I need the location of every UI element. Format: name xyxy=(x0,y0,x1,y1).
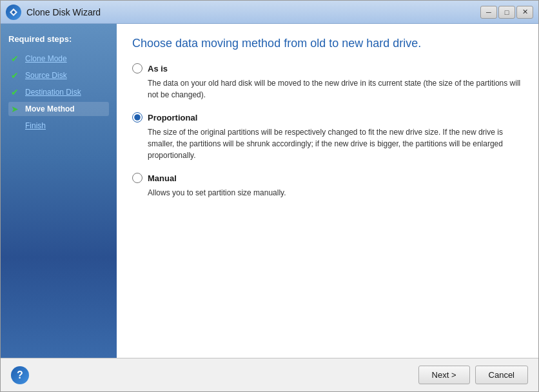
radio-as-is-label: As is xyxy=(148,64,168,74)
content-area: Required steps: ✔ Clone Mode ✔ Source Di… xyxy=(1,24,538,358)
footer-buttons: Next > Cancel xyxy=(418,366,528,384)
window-controls: ─ □ ✕ xyxy=(480,6,533,19)
maximize-button[interactable]: □ xyxy=(498,6,515,19)
next-button[interactable]: Next > xyxy=(418,366,470,384)
sidebar-item-source-disk[interactable]: ✔ Source Disk xyxy=(8,68,109,83)
sidebar: Required steps: ✔ Clone Mode ✔ Source Di… xyxy=(1,24,117,358)
title-bar: Clone Disk Wizard ─ □ ✕ xyxy=(1,1,538,24)
sidebar-item-move-method[interactable]: ➤ Move Method xyxy=(8,102,109,116)
sidebar-item-destination-disk[interactable]: ✔ Destination Disk xyxy=(8,85,109,99)
cancel-button[interactable]: Cancel xyxy=(475,366,528,384)
check-icon: ✔ xyxy=(11,70,21,81)
option-manual-row: Manual xyxy=(132,173,523,183)
arrow-icon: ➤ xyxy=(11,104,21,114)
sidebar-item-label-source-disk: Source Disk xyxy=(25,71,67,80)
option-proportional: Proportional The size of the original pa… xyxy=(132,112,523,161)
minimize-button[interactable]: ─ xyxy=(480,6,497,19)
option-manual: Manual Allows you to set partition size … xyxy=(132,173,523,199)
window-title: Clone Disk Wizard xyxy=(26,7,475,17)
radio-proportional-description: The size of the original partitions will… xyxy=(148,126,523,161)
main-title: Choose data moving method from old to ne… xyxy=(132,37,523,50)
option-as-is: As is The data on your old hard disk wil… xyxy=(132,63,523,101)
app-icon xyxy=(6,5,21,20)
radio-proportional-label: Proportional xyxy=(148,113,197,122)
main-window: Clone Disk Wizard ─ □ ✕ Required steps: … xyxy=(0,0,539,392)
option-proportional-row: Proportional xyxy=(132,112,523,122)
option-as-is-row: As is xyxy=(132,63,523,74)
check-icon: ✔ xyxy=(11,87,21,97)
sidebar-item-clone-mode[interactable]: ✔ Clone Mode xyxy=(8,52,109,66)
blank-icon: ✔ xyxy=(11,121,21,131)
sidebar-title: Required steps: xyxy=(8,34,109,44)
check-icon: ✔ xyxy=(11,54,21,64)
radio-manual-label: Manual xyxy=(148,173,177,183)
help-button[interactable]: ? xyxy=(11,366,29,384)
radio-proportional[interactable] xyxy=(132,112,142,122)
radio-as-is-description: The data on your old hard disk will be m… xyxy=(148,77,523,101)
radio-manual[interactable] xyxy=(132,173,142,183)
sidebar-item-label-clone-mode: Clone Mode xyxy=(25,54,67,63)
sidebar-item-label-move-method: Move Method xyxy=(25,104,75,113)
footer-left: ? xyxy=(11,366,29,384)
sidebar-item-label-finish: Finish xyxy=(25,121,46,130)
main-content: Choose data moving method from old to ne… xyxy=(117,24,538,358)
sidebar-item-finish[interactable]: ✔ Finish xyxy=(8,119,109,133)
sidebar-item-label-destination-disk: Destination Disk xyxy=(25,88,81,97)
radio-as-is[interactable] xyxy=(132,63,142,74)
footer: ? Next > Cancel xyxy=(1,358,538,391)
close-button[interactable]: ✕ xyxy=(516,6,533,19)
radio-manual-description: Allows you to set partition size manuall… xyxy=(148,187,523,199)
